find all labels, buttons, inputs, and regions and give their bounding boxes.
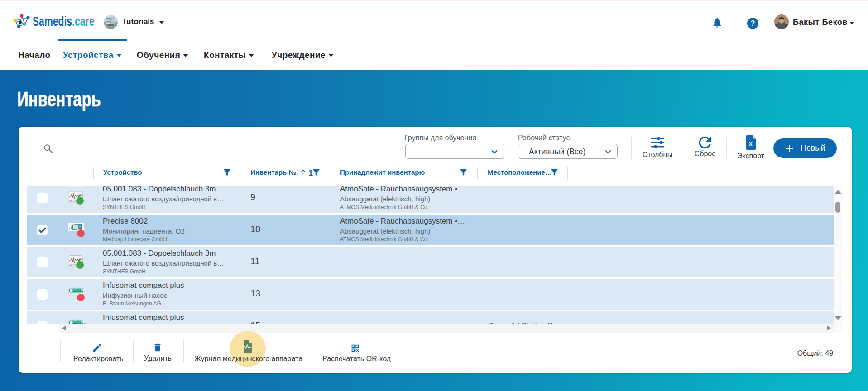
svg-text:?: ? [751,19,755,27]
svg-text:x: x [749,140,753,147]
